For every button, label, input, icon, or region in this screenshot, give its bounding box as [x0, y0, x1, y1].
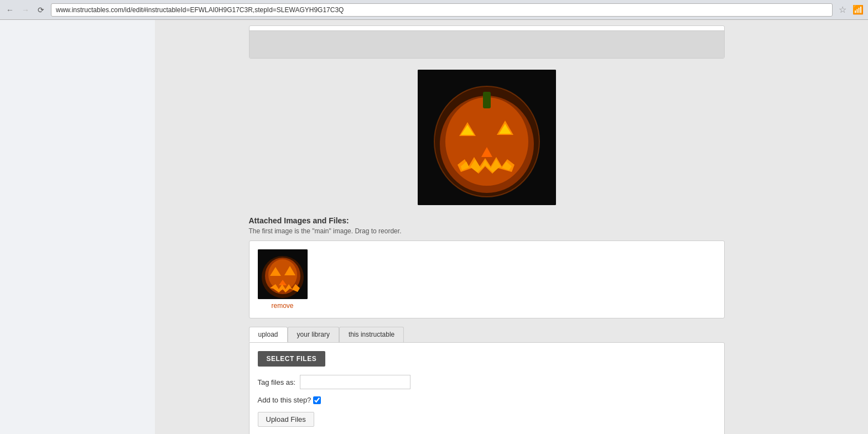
right-sidebar: [818, 20, 868, 434]
tab-panel-upload: SELECT FILES Tag files as: Add to this s…: [249, 342, 725, 434]
attached-images-subtitle: The first image is the "main" image. Dra…: [249, 227, 725, 235]
remove-link[interactable]: remove: [271, 302, 293, 310]
image-thumbnail: [258, 249, 308, 299]
main-pumpkin-image: [418, 70, 556, 205]
add-to-step-checkbox[interactable]: [313, 396, 321, 404]
page-wrapper: Attached Images and Files: The first ima…: [0, 20, 868, 434]
attached-images-section: Attached Images and Files: The first ima…: [249, 216, 725, 434]
tabs-container: upload your library this instructable: [249, 327, 725, 342]
signal-icon: 📶: [853, 4, 864, 15]
image-list-box: remove: [249, 240, 725, 318]
tag-files-row: Tag files as:: [258, 375, 716, 389]
browser-chrome: ← → ⟳ ☆ 📶: [0, 0, 868, 20]
left-sidebar: [0, 20, 155, 434]
text-editor-content: [250, 30, 724, 58]
attached-images-title: Attached Images and Files:: [249, 216, 725, 225]
forward-button[interactable]: →: [20, 4, 31, 15]
tab-upload[interactable]: upload: [249, 327, 288, 342]
image-item: remove: [258, 249, 308, 310]
add-to-step-label: Add to this step?: [258, 396, 311, 404]
reload-button[interactable]: ⟳: [35, 4, 46, 15]
svg-point-3: [445, 97, 528, 186]
svg-rect-11: [483, 92, 491, 108]
upload-files-button[interactable]: Upload Files: [258, 412, 314, 427]
content-inner: Attached Images and Files: The first ima…: [238, 20, 736, 434]
main-image-container: [249, 70, 725, 205]
bookmark-star-button[interactable]: ☆: [837, 4, 848, 15]
add-to-step-row: Add to this step?: [258, 396, 716, 404]
address-bar[interactable]: [51, 3, 833, 17]
main-content: Attached Images and Files: The first ima…: [155, 20, 818, 434]
text-editor-box: [249, 25, 725, 59]
tag-files-label: Tag files as:: [258, 378, 296, 386]
back-button[interactable]: ←: [4, 4, 15, 15]
tag-files-input[interactable]: [300, 375, 410, 389]
select-files-button[interactable]: SELECT FILES: [258, 351, 326, 367]
tab-your-library[interactable]: your library: [288, 327, 339, 342]
tab-this-instructable[interactable]: this instructable: [339, 327, 404, 342]
